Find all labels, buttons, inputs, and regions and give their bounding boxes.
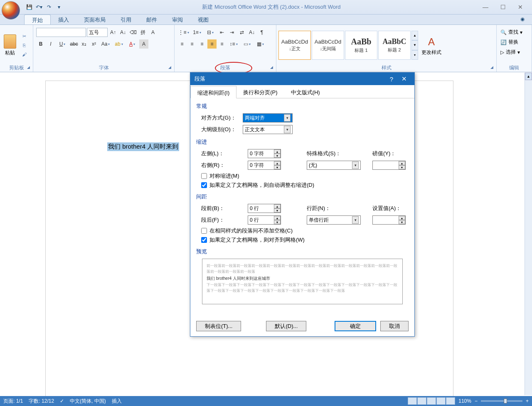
- justify-icon[interactable]: ≡: [207, 39, 217, 49]
- spin-down-icon[interactable]: ▼: [274, 220, 281, 224]
- outline-combo[interactable]: 正文文本▾: [243, 125, 293, 134]
- vertical-scrollbar[interactable]: ▲: [525, 73, 532, 395]
- dialog-help-icon[interactable]: ?: [385, 73, 398, 85]
- view-print-icon[interactable]: [408, 397, 417, 405]
- shrink-font-icon[interactable]: A↓: [118, 28, 128, 37]
- spin-up-icon[interactable]: ▲: [274, 161, 281, 165]
- save-icon[interactable]: 💾: [25, 3, 33, 11]
- ltr-icon[interactable]: ⇄: [237, 28, 246, 37]
- tabs-button[interactable]: 制表位(T)...: [196, 321, 241, 331]
- phonetic-icon[interactable]: 拼: [138, 28, 148, 37]
- chevron-down-icon[interactable]: ▾: [284, 126, 291, 133]
- font-launcher[interactable]: ◢: [168, 65, 171, 69]
- qat-menu-icon[interactable]: ▾: [55, 3, 63, 11]
- view-draft-icon[interactable]: [446, 397, 455, 405]
- multilevel-icon[interactable]: ⊟: [204, 28, 217, 37]
- space-after-spinner[interactable]: 0 行▲▼: [248, 215, 281, 225]
- char-border-icon[interactable]: A: [148, 28, 158, 37]
- status-language[interactable]: 中文(简体, 中国): [70, 398, 106, 405]
- paragraph-launcher[interactable]: ◢: [270, 65, 273, 69]
- shading-icon[interactable]: ▭: [241, 39, 253, 49]
- sort-icon[interactable]: A↓: [247, 28, 256, 37]
- mirror-indent-checkbox[interactable]: [201, 173, 207, 179]
- undo-icon[interactable]: ↶▾: [35, 3, 43, 11]
- scroll-up-icon[interactable]: ▲: [525, 73, 532, 80]
- special-format-combo[interactable]: (无)▾: [307, 161, 361, 170]
- minimize-button[interactable]: —: [480, 3, 491, 11]
- spin-up-icon[interactable]: ▲: [274, 204, 281, 208]
- style-heading2[interactable]: AaBbC标题 2: [378, 31, 411, 60]
- clear-format-icon[interactable]: ⌫: [128, 28, 138, 37]
- zoom-in-icon[interactable]: +: [526, 398, 529, 404]
- tab-review[interactable]: 审阅: [165, 15, 190, 24]
- align-center-icon[interactable]: ≡: [187, 39, 197, 49]
- status-words[interactable]: 字数: 12/12: [29, 398, 54, 405]
- default-button[interactable]: 默认(D)...: [266, 321, 306, 331]
- tab-mail[interactable]: 邮件: [139, 15, 165, 24]
- style-down-icon[interactable]: ▼: [411, 40, 418, 50]
- distribute-icon[interactable]: ≡: [217, 39, 227, 49]
- tab-line-page-breaks[interactable]: 换行和分页(P): [236, 86, 284, 98]
- chevron-down-icon[interactable]: ▾: [284, 114, 291, 122]
- change-case-icon[interactable]: Aa: [99, 39, 112, 49]
- spin-up-icon[interactable]: ▲: [399, 216, 405, 220]
- spin-up-icon[interactable]: ▲: [399, 161, 405, 165]
- status-mode[interactable]: 插入: [112, 398, 122, 405]
- tab-home[interactable]: 开始: [24, 15, 51, 24]
- tab-layout[interactable]: 页面布局: [76, 15, 113, 24]
- zoom-slider-thumb[interactable]: [504, 399, 507, 404]
- zoom-out-icon[interactable]: −: [475, 398, 478, 404]
- tab-chinese-layout[interactable]: 中文版式(H): [284, 86, 327, 98]
- spin-down-icon[interactable]: ▼: [274, 165, 281, 169]
- view-outline-icon[interactable]: [436, 397, 446, 405]
- left-indent-spinner[interactable]: 0 字符▲▼: [248, 149, 281, 158]
- dialog-close-icon[interactable]: ✕: [398, 73, 410, 85]
- replace-button[interactable]: 🔄替换: [500, 38, 529, 46]
- line-spacing-combo[interactable]: 单倍行距▾: [307, 215, 361, 225]
- chevron-down-icon[interactable]: ▾: [352, 216, 359, 224]
- spin-up-icon[interactable]: ▲: [274, 149, 281, 154]
- style-normal[interactable]: AaBbCcDd↓正文: [278, 31, 311, 60]
- show-marks-icon[interactable]: ¶: [257, 28, 266, 37]
- style-expand-icon[interactable]: ▾: [411, 50, 418, 60]
- grow-font-icon[interactable]: A↑: [108, 28, 118, 37]
- format-painter-icon[interactable]: 🖌: [20, 51, 28, 58]
- underline-icon[interactable]: U: [56, 39, 69, 49]
- right-indent-spinner[interactable]: 0 字符▲▼: [248, 161, 281, 170]
- find-button[interactable]: 🔍查找▾: [500, 28, 529, 37]
- change-styles-button[interactable]: A 更改样式: [421, 35, 441, 56]
- spin-down-icon[interactable]: ▼: [399, 220, 405, 224]
- tab-references[interactable]: 引用: [113, 15, 139, 24]
- strikethrough-icon[interactable]: abc: [69, 39, 79, 49]
- close-button[interactable]: ✕: [515, 3, 526, 11]
- spin-up-icon[interactable]: ▲: [274, 216, 281, 220]
- style-heading1[interactable]: AaBb标题 1: [345, 31, 377, 60]
- space-before-spinner[interactable]: 0 行▲▼: [248, 204, 281, 213]
- clipboard-launcher[interactable]: ◢: [27, 65, 30, 69]
- style-up-icon[interactable]: ▲: [411, 31, 418, 40]
- no-space-same-checkbox[interactable]: [201, 228, 207, 234]
- cancel-button[interactable]: 取消: [380, 321, 409, 331]
- char-shading-icon[interactable]: A: [139, 39, 148, 49]
- bullets-icon[interactable]: ⋮≡: [177, 28, 190, 37]
- paste-button[interactable]: 粘贴: [2, 33, 18, 58]
- align-left-icon[interactable]: ≡: [177, 39, 187, 49]
- redo-icon[interactable]: ↷: [45, 3, 53, 11]
- ok-button[interactable]: 确定: [335, 321, 376, 331]
- spin-down-icon[interactable]: ▼: [274, 154, 281, 158]
- auto-adjust-checkbox[interactable]: [201, 182, 207, 188]
- decrease-indent-icon[interactable]: ⇤: [217, 28, 227, 37]
- spin-down-icon[interactable]: ▼: [399, 165, 405, 169]
- snap-grid-checkbox[interactable]: [201, 237, 207, 243]
- tab-indent-spacing[interactable]: 缩进和间距(I): [190, 86, 236, 98]
- align-right-icon[interactable]: ≡: [197, 39, 207, 49]
- line-spacing-icon[interactable]: ↕≡: [227, 39, 240, 49]
- select-button[interactable]: ▷选择▾: [500, 48, 529, 56]
- cut-icon[interactable]: ✂: [20, 32, 28, 40]
- bold-icon[interactable]: B: [36, 39, 45, 49]
- office-button[interactable]: [1, 0, 22, 21]
- font-size-combo[interactable]: [87, 28, 108, 37]
- increase-indent-icon[interactable]: ⇥: [227, 28, 236, 37]
- italic-icon[interactable]: I: [46, 39, 55, 49]
- status-page[interactable]: 页面: 1/1: [3, 398, 23, 405]
